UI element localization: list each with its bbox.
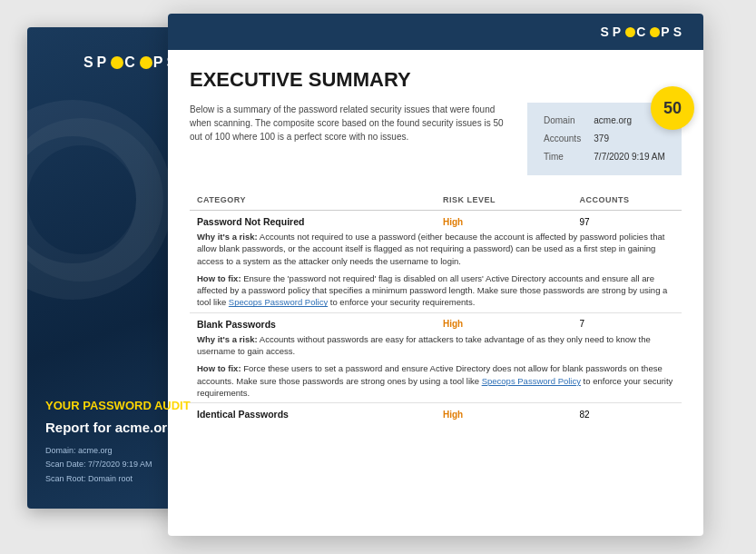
report-meta-box: 50 Domain acme.org Accounts 379 Time 7/7… (527, 103, 682, 175)
cat-1: Password Not Required (190, 211, 436, 230)
table-row: Identical Passwords High 82 (190, 403, 682, 422)
back-card-title: YOUR PASSWORD AUDIT (45, 399, 218, 414)
fix-link-1[interactable]: Specops Password Policy (229, 297, 328, 307)
back-card-scandate: Scan Date: 7/7/2020 9:19 AM (45, 458, 218, 471)
back-card-scanroot: Scan Root: Domain root (45, 472, 218, 486)
time-label: Time (540, 148, 590, 166)
risk-1: High (436, 211, 573, 230)
accounts-3: 82 (573, 403, 682, 422)
risk-2: High (436, 312, 573, 331)
cat-3: Identical Passwords (190, 403, 436, 422)
col-header-risk: RISK LEVEL (436, 190, 573, 211)
meta-table: Domain acme.org Accounts 379 Time 7/7/20… (540, 112, 669, 166)
table-row-fix-1: How to fix: Ensure the 'password not req… (190, 271, 682, 312)
report-intro-text: Below is a summary of the password relat… (190, 103, 513, 175)
risk-label-2: Why it's a risk: (197, 334, 258, 344)
risk-3: High (436, 403, 573, 422)
score-badge: 50 (651, 86, 694, 130)
cat-2: Blank Passwords (190, 312, 436, 331)
time-value: 7/7/2020 9:19 AM (590, 148, 669, 166)
risk-desc-1: Accounts not required to use a password … (197, 232, 664, 266)
table-row-risk-1: Why it's a risk: Accounts not required t… (190, 229, 682, 271)
fix-text-2: How to fix: Force these users to set a p… (190, 361, 682, 402)
risk-label-1: Why it's a risk: (197, 232, 258, 242)
risk-text-2: Why it's a risk: Accounts without passwo… (190, 331, 682, 361)
risk-desc-2: Accounts without passwords are easy for … (197, 334, 651, 356)
accounts-2: 7 (573, 312, 682, 331)
table-row-risk-2: Why it's a risk: Accounts without passwo… (190, 331, 682, 361)
accounts-value: 379 (590, 130, 669, 148)
back-card-subtitle: Report for acme.org (45, 420, 218, 435)
col-header-accounts: ACCOUNTS (573, 190, 682, 211)
back-card-logo: SPCPS (83, 54, 180, 71)
report-table: CATEGORY RISK LEVEL ACCOUNTS Password No… (190, 190, 682, 421)
accounts-label: Accounts (540, 130, 590, 148)
report-intro-row: Below is a summary of the password relat… (190, 103, 682, 175)
domain-label: Domain (540, 112, 590, 130)
front-card: SPCPS EXECUTIVE SUMMARY Below is a summa… (168, 14, 703, 536)
fix-label-1: How to fix: (197, 273, 241, 283)
fix-label-2: How to fix: (197, 363, 241, 373)
risk-text-1: Why it's a risk: Accounts not required t… (190, 229, 682, 271)
fix-link-2[interactable]: Specops Password Policy (482, 376, 581, 386)
report-header: SPCPS (168, 14, 703, 50)
fix-text-1: How to fix: Ensure the 'password not req… (190, 271, 682, 312)
report-header-logo: SPCPS (601, 25, 686, 39)
back-card-bottom: YOUR PASSWORD AUDIT Report for acme.org … (45, 399, 218, 486)
fix-desc-1b: to enforce your security requirements. (328, 297, 475, 307)
report-table-wrapper: CATEGORY RISK LEVEL ACCOUNTS Password No… (190, 190, 682, 536)
table-row: Password Not Required High 97 (190, 211, 682, 230)
accounts-1: 97 (573, 211, 682, 230)
table-row-fix-2: How to fix: Force these users to set a p… (190, 361, 682, 402)
report-title: EXECUTIVE SUMMARY (190, 68, 682, 92)
back-card-domain: Domain: acme.org (45, 444, 218, 458)
col-header-category: CATEGORY (190, 190, 436, 211)
table-row: Blank Passwords High 7 (190, 312, 682, 331)
report-body: EXECUTIVE SUMMARY Below is a summary of … (168, 50, 703, 536)
